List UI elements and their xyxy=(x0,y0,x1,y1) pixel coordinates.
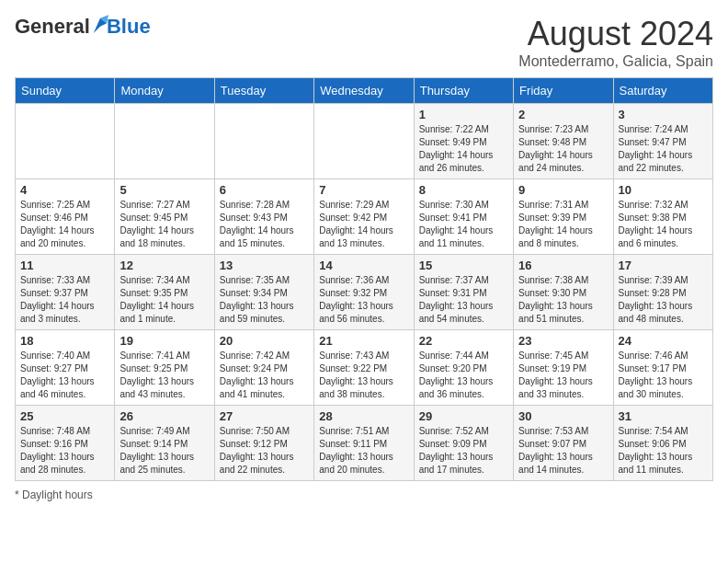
day-number: 18 xyxy=(20,334,109,348)
day-number: 19 xyxy=(119,334,209,348)
calendar-cell: 29Sunrise: 7:52 AMSunset: 9:09 PMDayligh… xyxy=(414,406,513,481)
day-info: Sunrise: 7:40 AMSunset: 9:27 PMDaylight:… xyxy=(20,350,109,401)
calendar-week-4: 18Sunrise: 7:40 AMSunset: 9:27 PMDayligh… xyxy=(16,330,713,406)
day-number: 24 xyxy=(619,334,708,348)
day-info: Sunrise: 7:23 AMSunset: 9:48 PMDaylight:… xyxy=(518,123,608,175)
day-number: 6 xyxy=(220,183,309,197)
calendar-cell xyxy=(16,104,115,179)
calendar-cell: 3Sunrise: 7:24 AMSunset: 9:47 PMDaylight… xyxy=(613,104,712,179)
day-number: 31 xyxy=(619,409,708,423)
day-number: 9 xyxy=(518,183,608,197)
logo-blue-text: Blue xyxy=(107,15,151,39)
day-number: 1 xyxy=(419,108,508,121)
calendar-cell: 17Sunrise: 7:39 AMSunset: 9:28 PMDayligh… xyxy=(613,255,712,330)
day-number: 2 xyxy=(518,108,608,121)
day-number: 15 xyxy=(419,259,508,272)
day-info: Sunrise: 7:30 AMSunset: 9:41 PMDaylight:… xyxy=(419,199,508,250)
day-info: Sunrise: 7:46 AMSunset: 9:17 PMDaylight:… xyxy=(619,350,708,401)
day-number: 3 xyxy=(619,108,708,121)
day-info: Sunrise: 7:42 AMSunset: 9:24 PMDaylight:… xyxy=(220,350,309,401)
logo: General Blue xyxy=(15,15,151,39)
calendar-cell: 5Sunrise: 7:27 AMSunset: 9:45 PMDaylight… xyxy=(115,179,214,255)
calendar-cell: 25Sunrise: 7:48 AMSunset: 9:16 PMDayligh… xyxy=(16,406,115,481)
calendar-table: SundayMondayTuesdayWednesdayThursdayFrid… xyxy=(15,77,713,481)
calendar-cell: 9Sunrise: 7:31 AMSunset: 9:39 PMDaylight… xyxy=(514,179,613,255)
day-info: Sunrise: 7:52 AMSunset: 9:09 PMDaylight:… xyxy=(419,425,508,477)
title-block: August 2024 Montederramo, Galicia, Spain xyxy=(518,15,713,70)
day-info: Sunrise: 7:35 AMSunset: 9:34 PMDaylight:… xyxy=(220,274,309,326)
calendar-week-3: 11Sunrise: 7:33 AMSunset: 9:37 PMDayligh… xyxy=(16,255,713,330)
calendar-cell: 22Sunrise: 7:44 AMSunset: 9:20 PMDayligh… xyxy=(414,330,513,406)
calendar-cell: 21Sunrise: 7:43 AMSunset: 9:22 PMDayligh… xyxy=(314,330,414,406)
subtitle: Montederramo, Galicia, Spain xyxy=(518,53,713,70)
day-info: Sunrise: 7:49 AMSunset: 9:14 PMDaylight:… xyxy=(119,425,209,477)
day-info: Sunrise: 7:45 AMSunset: 9:19 PMDaylight:… xyxy=(518,350,608,401)
day-info: Sunrise: 7:43 AMSunset: 9:22 PMDaylight:… xyxy=(319,350,408,401)
calendar-cell: 15Sunrise: 7:37 AMSunset: 9:31 PMDayligh… xyxy=(414,255,513,330)
day-info: Sunrise: 7:50 AMSunset: 9:12 PMDaylight:… xyxy=(220,425,309,477)
day-info: Sunrise: 7:32 AMSunset: 9:38 PMDaylight:… xyxy=(619,199,708,250)
day-number: 23 xyxy=(518,334,608,348)
calendar-cell: 8Sunrise: 7:30 AMSunset: 9:41 PMDaylight… xyxy=(414,179,513,255)
header-day-friday: Friday xyxy=(514,78,613,104)
calendar-cell: 27Sunrise: 7:50 AMSunset: 9:12 PMDayligh… xyxy=(214,406,313,481)
day-info: Sunrise: 7:38 AMSunset: 9:30 PMDaylight:… xyxy=(518,274,608,326)
calendar-cell: 26Sunrise: 7:49 AMSunset: 9:14 PMDayligh… xyxy=(115,406,214,481)
calendar-cell: 31Sunrise: 7:54 AMSunset: 9:06 PMDayligh… xyxy=(613,406,712,481)
footer-note: * Daylight hours xyxy=(15,488,713,501)
day-number: 4 xyxy=(20,183,109,197)
calendar-cell: 4Sunrise: 7:25 AMSunset: 9:46 PMDaylight… xyxy=(16,179,115,255)
day-number: 7 xyxy=(319,183,408,197)
day-info: Sunrise: 7:34 AMSunset: 9:35 PMDaylight:… xyxy=(119,274,209,326)
day-number: 30 xyxy=(518,409,608,423)
calendar-cell: 20Sunrise: 7:42 AMSunset: 9:24 PMDayligh… xyxy=(214,330,313,406)
day-info: Sunrise: 7:25 AMSunset: 9:46 PMDaylight:… xyxy=(20,199,109,250)
day-number: 10 xyxy=(619,183,708,197)
day-info: Sunrise: 7:27 AMSunset: 9:45 PMDaylight:… xyxy=(119,199,209,250)
day-info: Sunrise: 7:48 AMSunset: 9:16 PMDaylight:… xyxy=(20,425,109,477)
day-number: 17 xyxy=(619,259,708,272)
day-info: Sunrise: 7:54 AMSunset: 9:06 PMDaylight:… xyxy=(619,425,708,477)
day-number: 11 xyxy=(20,259,109,272)
calendar-cell: 12Sunrise: 7:34 AMSunset: 9:35 PMDayligh… xyxy=(115,255,214,330)
day-info: Sunrise: 7:37 AMSunset: 9:31 PMDaylight:… xyxy=(419,274,508,326)
day-number: 25 xyxy=(20,409,109,423)
day-number: 29 xyxy=(419,409,508,423)
header-day-tuesday: Tuesday xyxy=(214,78,313,104)
day-info: Sunrise: 7:51 AMSunset: 9:11 PMDaylight:… xyxy=(319,425,408,477)
calendar-week-1: 1Sunrise: 7:22 AMSunset: 9:49 PMDaylight… xyxy=(16,104,713,179)
logo-bird-icon xyxy=(92,15,108,35)
day-info: Sunrise: 7:22 AMSunset: 9:49 PMDaylight:… xyxy=(419,123,508,175)
header-row: SundayMondayTuesdayWednesdayThursdayFrid… xyxy=(16,78,713,104)
day-info: Sunrise: 7:41 AMSunset: 9:25 PMDaylight:… xyxy=(119,350,209,401)
calendar-cell: 30Sunrise: 7:53 AMSunset: 9:07 PMDayligh… xyxy=(514,406,613,481)
header-day-thursday: Thursday xyxy=(414,78,513,104)
day-number: 16 xyxy=(518,259,608,272)
calendar-week-2: 4Sunrise: 7:25 AMSunset: 9:46 PMDaylight… xyxy=(16,179,713,255)
calendar-cell: 24Sunrise: 7:46 AMSunset: 9:17 PMDayligh… xyxy=(613,330,712,406)
day-info: Sunrise: 7:28 AMSunset: 9:43 PMDaylight:… xyxy=(220,199,309,250)
day-number: 8 xyxy=(419,183,508,197)
calendar-cell: 28Sunrise: 7:51 AMSunset: 9:11 PMDayligh… xyxy=(314,406,414,481)
day-info: Sunrise: 7:24 AMSunset: 9:47 PMDaylight:… xyxy=(619,123,708,175)
logo-general-text: General xyxy=(15,15,90,39)
calendar-cell: 6Sunrise: 7:28 AMSunset: 9:43 PMDaylight… xyxy=(214,179,313,255)
main-title: August 2024 xyxy=(518,15,713,53)
calendar-cell: 11Sunrise: 7:33 AMSunset: 9:37 PMDayligh… xyxy=(16,255,115,330)
day-number: 13 xyxy=(220,259,309,272)
day-number: 22 xyxy=(419,334,508,348)
day-info: Sunrise: 7:53 AMSunset: 9:07 PMDaylight:… xyxy=(518,425,608,477)
calendar-cell: 7Sunrise: 7:29 AMSunset: 9:42 PMDaylight… xyxy=(314,179,414,255)
calendar-cell: 13Sunrise: 7:35 AMSunset: 9:34 PMDayligh… xyxy=(214,255,313,330)
day-number: 27 xyxy=(220,409,309,423)
calendar-cell: 19Sunrise: 7:41 AMSunset: 9:25 PMDayligh… xyxy=(115,330,214,406)
header-day-saturday: Saturday xyxy=(613,78,712,104)
calendar-cell xyxy=(115,104,214,179)
day-number: 14 xyxy=(319,259,408,272)
header-day-sunday: Sunday xyxy=(16,78,115,104)
header-day-monday: Monday xyxy=(115,78,214,104)
day-number: 21 xyxy=(319,334,408,348)
calendar-cell: 18Sunrise: 7:40 AMSunset: 9:27 PMDayligh… xyxy=(16,330,115,406)
day-number: 20 xyxy=(220,334,309,348)
day-info: Sunrise: 7:31 AMSunset: 9:39 PMDaylight:… xyxy=(518,199,608,250)
